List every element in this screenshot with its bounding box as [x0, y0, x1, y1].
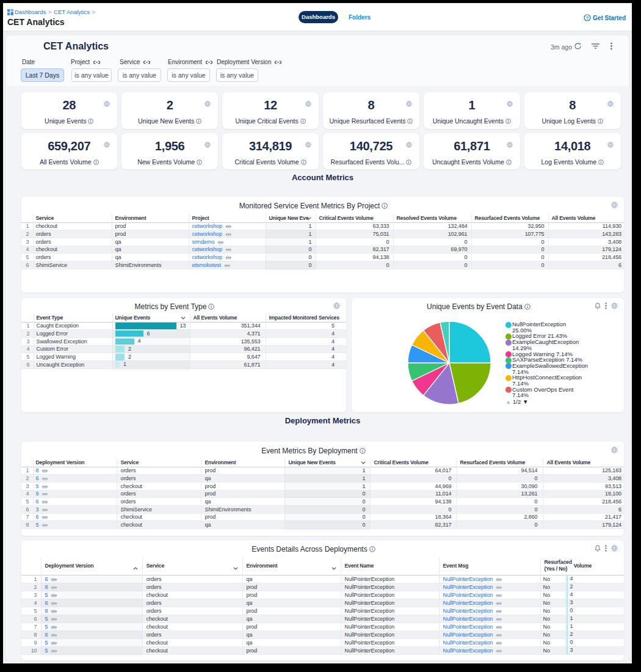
svg-text:?: ?	[586, 15, 589, 21]
